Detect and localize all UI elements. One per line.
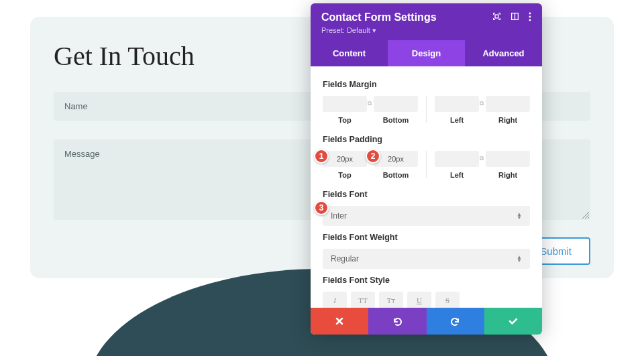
panel-tabs: Content Design Advanced bbox=[311, 40, 542, 66]
panel-header[interactable]: Contact Form Settings Preset: Default ▾ bbox=[311, 3, 542, 40]
fields-font-weight-label: Fields Font Weight bbox=[323, 233, 530, 242]
style-smallcaps-button[interactable]: Tᴛ bbox=[379, 292, 403, 308]
padding-top-sublabel: Top bbox=[323, 171, 367, 179]
redo-button[interactable] bbox=[427, 308, 484, 335]
annotation-badge-3: 3 bbox=[314, 200, 329, 215]
svg-point-5 bbox=[529, 19, 531, 21]
expand-icon[interactable] bbox=[492, 12, 501, 23]
separator bbox=[426, 96, 427, 123]
padding-bottom-sublabel: Bottom bbox=[374, 171, 418, 179]
margin-left-input[interactable] bbox=[435, 96, 479, 112]
fields-font-weight-value: Regular bbox=[331, 254, 359, 263]
fields-padding-label: Fields Padding bbox=[323, 135, 530, 144]
link-icon[interactable]: ⧉ bbox=[480, 155, 484, 162]
fields-font-value: Inter bbox=[331, 211, 347, 221]
style-uppercase-button[interactable]: TT bbox=[351, 292, 375, 308]
settings-panel: Contact Form Settings Preset: Default ▾ … bbox=[311, 3, 542, 335]
separator bbox=[426, 151, 427, 178]
link-icon[interactable]: ⧉ bbox=[368, 100, 372, 107]
fields-font-select[interactable]: Inter ▲▼ bbox=[323, 206, 530, 226]
annotation-badge-1: 1 bbox=[314, 149, 329, 164]
annotation-badge-2: 2 bbox=[366, 149, 380, 164]
margin-bottom-input[interactable] bbox=[374, 96, 418, 112]
fields-font-label: Fields Font bbox=[323, 190, 530, 199]
panel-body: Fields Margin ⧉ Top Bottom ⧉ Left Right bbox=[311, 66, 542, 308]
padding-left-sublabel: Left bbox=[435, 171, 479, 179]
fields-margin-label: Fields Margin bbox=[323, 80, 530, 89]
margin-right-input[interactable] bbox=[486, 96, 530, 112]
tab-content[interactable]: Content bbox=[311, 40, 388, 66]
margin-left-sublabel: Left bbox=[435, 116, 479, 124]
padding-bottom-input[interactable] bbox=[374, 151, 418, 167]
svg-rect-0 bbox=[495, 15, 498, 18]
margin-top-sublabel: Top bbox=[323, 116, 367, 124]
panel-footer bbox=[311, 308, 542, 335]
margin-top-input[interactable] bbox=[323, 96, 367, 112]
fields-font-weight-select[interactable]: Regular ▲▼ bbox=[323, 249, 530, 269]
padding-top-input[interactable] bbox=[323, 151, 367, 167]
link-icon[interactable]: ⧉ bbox=[480, 100, 484, 107]
more-icon[interactable] bbox=[529, 12, 531, 23]
panel-title: Contact Form Settings bbox=[321, 11, 437, 23]
tab-design[interactable]: Design bbox=[388, 40, 465, 66]
resize-handle-icon[interactable] bbox=[582, 212, 589, 219]
select-arrows-icon: ▲▼ bbox=[517, 213, 522, 219]
padding-left-input[interactable] bbox=[435, 151, 479, 167]
margin-bottom-sublabel: Bottom bbox=[374, 116, 418, 124]
columns-icon[interactable] bbox=[511, 12, 519, 23]
cancel-button[interactable] bbox=[311, 308, 368, 335]
fields-font-style-label: Fields Font Style bbox=[323, 276, 530, 285]
preset-selector[interactable]: Preset: Default ▾ bbox=[321, 26, 531, 35]
message-placeholder: Message bbox=[64, 149, 100, 159]
style-underline-button[interactable]: U bbox=[407, 292, 431, 308]
tab-advanced[interactable]: Advanced bbox=[465, 40, 542, 66]
padding-right-input[interactable] bbox=[486, 151, 530, 167]
undo-button[interactable] bbox=[368, 308, 426, 335]
svg-point-3 bbox=[529, 12, 531, 14]
style-strikethrough-button[interactable]: S bbox=[435, 292, 460, 308]
margin-right-sublabel: Right bbox=[486, 116, 530, 124]
style-italic-button[interactable]: I bbox=[323, 292, 347, 308]
select-arrows-icon: ▲▼ bbox=[517, 255, 522, 262]
svg-point-4 bbox=[529, 15, 531, 17]
save-button[interactable] bbox=[484, 308, 542, 335]
padding-right-sublabel: Right bbox=[486, 171, 530, 179]
